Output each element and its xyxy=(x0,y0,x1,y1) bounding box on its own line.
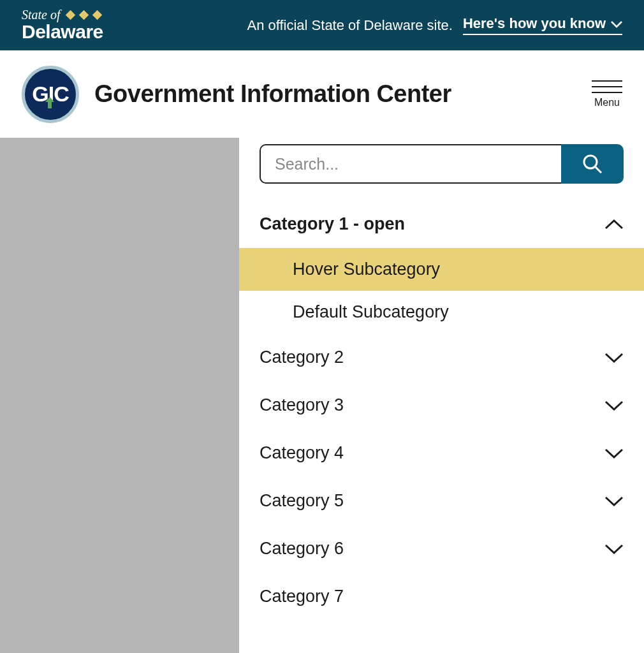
category-row-6[interactable]: Category 6 xyxy=(260,525,624,573)
chevron-up-icon xyxy=(604,219,624,230)
state-logo-top: State of xyxy=(22,8,103,22)
chevron-down-icon xyxy=(604,448,624,459)
search-button[interactable] xyxy=(561,144,624,184)
search-input[interactable] xyxy=(260,144,561,184)
category-label: Category 1 - open xyxy=(260,214,405,234)
state-of-text: State of xyxy=(22,8,61,22)
category-label: Category 3 xyxy=(260,395,344,415)
diamond-icon xyxy=(92,10,102,20)
category-row-3[interactable]: Category 3 xyxy=(260,381,624,429)
how-you-know-link[interactable]: Here's how you know xyxy=(463,15,622,35)
site-header: GIC Government Information Center Menu xyxy=(0,50,644,138)
category-row-7[interactable]: Category 7 xyxy=(260,573,624,620)
how-you-know-label: Here's how you know xyxy=(463,15,606,32)
menu-button[interactable]: Menu xyxy=(592,80,622,108)
diamond-icon xyxy=(78,10,89,20)
chevron-down-icon xyxy=(604,495,624,507)
category-label: Category 5 xyxy=(260,491,344,511)
chevron-down-icon xyxy=(611,15,622,32)
svg-point-0 xyxy=(584,156,597,168)
diamond-icons xyxy=(67,11,101,18)
chevron-down-icon xyxy=(604,400,624,411)
hamburger-icon xyxy=(592,80,622,93)
search-bar xyxy=(260,144,624,184)
content-area: Category 1 - open Hover Subcategory Defa… xyxy=(0,138,644,653)
chevron-down-icon xyxy=(604,543,624,555)
chevron-down-icon xyxy=(604,352,624,363)
category-row-1[interactable]: Category 1 - open xyxy=(260,200,624,248)
category-row-2[interactable]: Category 2 xyxy=(260,334,624,381)
category-label: Category 4 xyxy=(260,443,344,463)
arrow-up-icon xyxy=(45,97,54,108)
category-label: Category 7 xyxy=(260,587,344,606)
official-site-text: An official State of Delaware site. xyxy=(247,17,453,34)
category-label: Category 6 xyxy=(260,539,344,559)
state-name: Delaware xyxy=(22,21,103,43)
category-label: Category 2 xyxy=(260,348,344,367)
diamond-icon xyxy=(65,10,75,20)
gic-logo[interactable]: GIC xyxy=(22,66,79,123)
category-row-5[interactable]: Category 5 xyxy=(260,477,624,525)
main-panel: Category 1 - open Hover Subcategory Defa… xyxy=(239,138,644,653)
subcategory-label: Default Subcategory xyxy=(293,302,449,321)
svg-line-1 xyxy=(596,167,601,173)
site-title: Government Information Center xyxy=(94,80,451,108)
sidebar-placeholder xyxy=(0,138,239,653)
menu-label: Menu xyxy=(594,97,620,108)
category-row-4[interactable]: Category 4 xyxy=(260,429,624,477)
subcategory-hover[interactable]: Hover Subcategory xyxy=(239,248,644,291)
state-banner: State of Delaware An official State of D… xyxy=(0,0,644,50)
state-logo: State of Delaware xyxy=(22,8,103,43)
subcategory-default[interactable]: Default Subcategory xyxy=(239,291,644,334)
subcategory-label: Hover Subcategory xyxy=(293,260,440,279)
search-icon xyxy=(582,153,603,175)
